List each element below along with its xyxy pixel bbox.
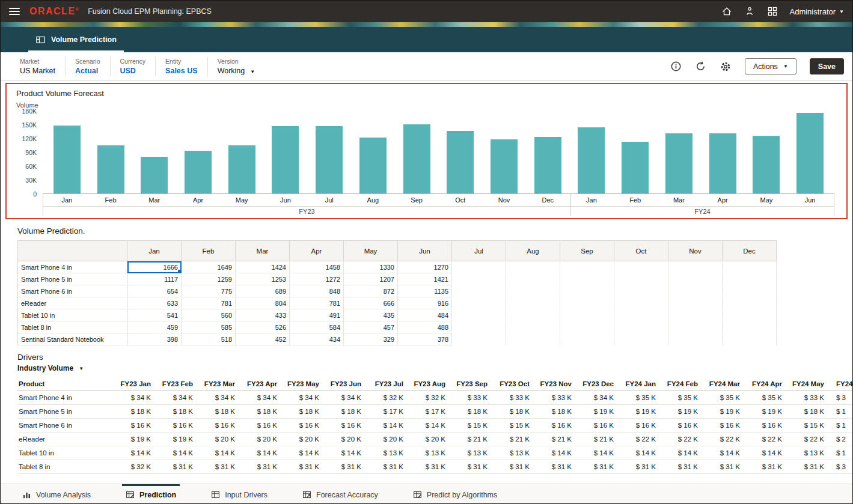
drivers-cell[interactable]: $ 16 K bbox=[620, 419, 662, 433]
prediction-cell[interactable] bbox=[614, 321, 668, 333]
chart-bar[interactable] bbox=[796, 113, 824, 193]
prediction-row-header[interactable]: eReader bbox=[18, 297, 127, 309]
drivers-cell[interactable]: $ 31 K bbox=[283, 460, 325, 474]
drivers-cell[interactable]: $ 19 K bbox=[662, 405, 704, 419]
chart-bar[interactable] bbox=[97, 145, 124, 193]
prediction-cell[interactable] bbox=[723, 297, 777, 309]
save-button[interactable]: Save bbox=[810, 58, 844, 74]
drivers-cell[interactable]: $ 16 K bbox=[746, 419, 788, 433]
prediction-cell[interactable]: 848 bbox=[290, 285, 344, 297]
bottom-tab-forecast-accuracy[interactable]: Forecast Accuracy bbox=[299, 484, 382, 503]
chart-bar[interactable] bbox=[272, 126, 299, 193]
pov-item-scenario[interactable]: ScenarioActual bbox=[66, 52, 109, 80]
drivers-cell[interactable]: $ 14 K bbox=[283, 446, 325, 460]
prediction-cell[interactable] bbox=[452, 309, 506, 321]
drivers-cell[interactable]: $ 33 K bbox=[494, 391, 536, 405]
prediction-cell[interactable]: 1458 bbox=[290, 261, 344, 273]
prediction-cell[interactable] bbox=[723, 285, 777, 297]
chart-bar[interactable] bbox=[316, 126, 343, 193]
prediction-column-header[interactable]: Nov bbox=[668, 241, 723, 261]
drivers-cell[interactable]: $ 18 K bbox=[199, 405, 241, 419]
drivers-cell[interactable]: $ 14 K bbox=[157, 446, 199, 460]
drivers-cell[interactable]: $ 14 K bbox=[115, 446, 157, 460]
drivers-cell[interactable]: $ 31 K bbox=[367, 460, 409, 474]
prediction-cell[interactable]: 1270 bbox=[398, 261, 452, 273]
prediction-cell[interactable]: 433 bbox=[236, 309, 290, 321]
drivers-cell[interactable]: $ 17 K bbox=[409, 405, 451, 419]
prediction-cell[interactable] bbox=[452, 273, 506, 285]
drivers-cell[interactable]: $ 32 K bbox=[115, 460, 157, 474]
prediction-row-header[interactable]: Sentinal Standard Notebook bbox=[18, 333, 127, 345]
drivers-cell[interactable]: $ 13 K bbox=[367, 446, 409, 460]
drivers-cell[interactable]: $ 15 K bbox=[451, 419, 494, 433]
drivers-cell[interactable]: $ 16 K bbox=[115, 419, 157, 433]
prediction-cell[interactable] bbox=[723, 261, 777, 273]
drivers-cell[interactable]: $ 14 K bbox=[409, 419, 451, 433]
drivers-cell[interactable]: $ 31 K bbox=[704, 460, 746, 474]
drivers-cell[interactable]: $ 2 bbox=[830, 433, 852, 446]
drivers-cell[interactable]: $ 34 K bbox=[199, 391, 241, 405]
pov-item-version[interactable]: VersionWorking▼ bbox=[208, 52, 265, 80]
drivers-cell[interactable]: $ 33 K bbox=[788, 391, 830, 405]
drivers-cell[interactable]: $ 20 K bbox=[367, 433, 409, 446]
chart-bar[interactable] bbox=[403, 124, 430, 193]
prediction-column-header[interactable]: Jun bbox=[398, 241, 452, 261]
drivers-cell[interactable]: $ 14 K bbox=[536, 446, 578, 460]
prediction-cell[interactable]: 488 bbox=[398, 321, 452, 333]
chart-bar[interactable] bbox=[359, 138, 387, 193]
prediction-column-header[interactable]: Jan bbox=[127, 241, 182, 261]
prediction-cell[interactable] bbox=[452, 261, 506, 273]
chart-bar[interactable] bbox=[578, 127, 605, 193]
prediction-cell[interactable] bbox=[452, 297, 506, 309]
prediction-cell[interactable]: 329 bbox=[344, 333, 398, 345]
prediction-cell[interactable] bbox=[506, 285, 560, 297]
drivers-cell[interactable]: $ 16 K bbox=[662, 419, 704, 433]
drivers-cell[interactable]: $ 18 K bbox=[115, 405, 157, 419]
prediction-cell[interactable]: 560 bbox=[182, 309, 236, 321]
bottom-tab-volume-analysis[interactable]: Volume Analysis bbox=[19, 484, 94, 503]
drivers-cell[interactable]: $ 19 K bbox=[746, 405, 788, 419]
prediction-cell[interactable] bbox=[560, 273, 614, 285]
prediction-cell[interactable]: 1117 bbox=[127, 273, 182, 285]
prediction-cell[interactable]: 633 bbox=[127, 297, 182, 309]
drivers-cell[interactable]: $ 16 K bbox=[283, 419, 325, 433]
prediction-cell[interactable]: 541 bbox=[127, 309, 182, 321]
drivers-cell[interactable]: $ 18 K bbox=[451, 405, 494, 419]
prediction-cell[interactable]: 434 bbox=[290, 333, 344, 345]
info-icon[interactable] bbox=[670, 61, 682, 72]
prediction-cell[interactable]: 378 bbox=[398, 333, 452, 345]
prediction-cell[interactable]: 654 bbox=[127, 285, 182, 297]
drivers-cell[interactable]: $ 22 K bbox=[620, 433, 662, 446]
drivers-cell[interactable]: $ 34 K bbox=[283, 391, 325, 405]
drivers-cell[interactable]: $ 31 K bbox=[494, 460, 536, 474]
prediction-cell[interactable]: 398 bbox=[127, 333, 182, 345]
refresh-icon[interactable] bbox=[695, 61, 706, 72]
prediction-cell[interactable] bbox=[614, 309, 668, 321]
prediction-cell[interactable] bbox=[668, 261, 723, 273]
drivers-cell[interactable]: $ 33 K bbox=[536, 391, 578, 405]
prediction-cell[interactable] bbox=[506, 333, 560, 345]
prediction-cell[interactable] bbox=[560, 333, 614, 345]
prediction-cell[interactable]: 1649 bbox=[182, 261, 236, 273]
drivers-cell[interactable]: $ 31 K bbox=[620, 460, 662, 474]
prediction-cell[interactable]: 689 bbox=[236, 285, 290, 297]
drivers-cell[interactable]: $ 18 K bbox=[283, 405, 325, 419]
drivers-cell[interactable]: $ 14 K bbox=[662, 446, 704, 460]
prediction-cell[interactable]: 1330 bbox=[344, 261, 398, 273]
prediction-column-header[interactable]: May bbox=[344, 241, 398, 261]
pov-item-market[interactable]: MarketUS Market bbox=[10, 52, 65, 80]
chart-bar[interactable] bbox=[54, 126, 81, 193]
prediction-cell[interactable]: 781 bbox=[290, 297, 344, 309]
drivers-cell[interactable]: $ 20 K bbox=[325, 433, 367, 446]
prediction-cell[interactable] bbox=[452, 333, 506, 345]
prediction-row-header[interactable]: Tablet 10 in bbox=[18, 309, 127, 321]
bottom-tab-input-drivers[interactable]: Input Drivers bbox=[207, 484, 271, 503]
drivers-cell[interactable]: $ 18 K bbox=[325, 405, 367, 419]
drivers-cell[interactable]: $ 20 K bbox=[283, 433, 325, 446]
prediction-row-header[interactable]: Smart Phone 5 in bbox=[18, 273, 127, 285]
prediction-cell[interactable]: 1666 bbox=[127, 261, 182, 273]
drivers-cell[interactable]: $ 16 K bbox=[704, 419, 746, 433]
prediction-cell[interactable] bbox=[560, 297, 614, 309]
drivers-cell[interactable]: $ 31 K bbox=[662, 460, 704, 474]
chart-bar[interactable] bbox=[709, 133, 736, 193]
